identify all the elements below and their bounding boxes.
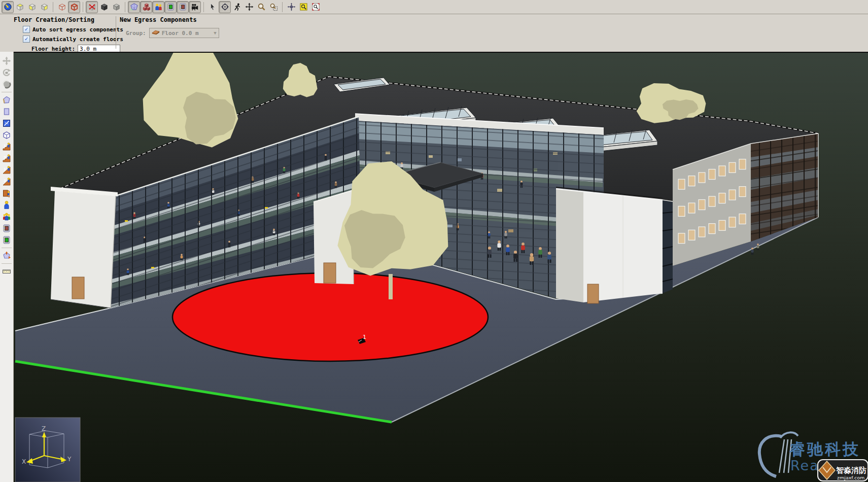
zoom-select-icon: [269, 3, 278, 11]
svg-text:1: 1: [4, 167, 6, 171]
toolbar-show-exits-button[interactable]: [164, 1, 177, 13]
new-egress-panel: New Egress Components Group: Floor 0.0 m…: [120, 16, 219, 38]
toolbar-view-top-button[interactable]: [14, 1, 26, 13]
axis-y-label: Y: [67, 456, 72, 463]
brand-cn: 睿驰科技: [789, 440, 860, 458]
auto-create-floors-checkbox[interactable]: ✓: [23, 36, 30, 43]
toolbar-hide-obstructions-button[interactable]: [86, 1, 98, 13]
toolbar-separator: [282, 2, 283, 12]
wire-cube-solid-icon: [70, 3, 79, 11]
toolbar-show-doors-button[interactable]: [177, 1, 189, 13]
door: [587, 284, 599, 303]
toolbar-show-occupants-button[interactable]: [152, 1, 164, 13]
sidebar-add-stair-one-floor-button[interactable]: 1: [1, 141, 12, 152]
floor-creation-title: Floor Creation/Sorting: [14, 16, 123, 23]
door-red-icon: [179, 3, 187, 11]
toolbar-select-object-button[interactable]: [2, 1, 14, 13]
sidebar-add-exit-button[interactable]: [1, 234, 12, 246]
wire-cube-icon: [58, 3, 66, 11]
rotate-gray-icon: [2, 68, 11, 77]
left-end-wall: [51, 187, 118, 308]
sidebar-add-polygon-room-button[interactable]: [1, 94, 12, 106]
sidebar-add-obstruction-button[interactable]: [1, 129, 12, 141]
badge-domain: zmjaxf.com: [837, 475, 864, 480]
sidebar-add-ramp-two-floor-button[interactable]: 2: [1, 176, 12, 187]
stairs-1-icon: 1: [2, 142, 11, 151]
svg-text:2: 2: [4, 156, 6, 160]
ramp-1-icon: 1: [2, 165, 11, 175]
main-toolbar: [0, 0, 868, 14]
group-value: Floor 0.0 m: [162, 30, 214, 37]
toolbar-show-obstacles-button[interactable]: [140, 1, 152, 13]
toolbar-show-transparent-geometry-button[interactable]: [110, 1, 122, 13]
person-icon: [2, 200, 11, 210]
svg-text:1: 1: [4, 144, 6, 148]
toolbar-zoom-tool-button[interactable]: [255, 1, 267, 13]
toolbar-pan-tool-button[interactable]: [243, 1, 255, 13]
toolbar-zoom-select-tool-button[interactable]: [267, 1, 280, 13]
sidebar-add-occupant-button[interactable]: [1, 199, 12, 211]
sidebar-separator: [2, 92, 12, 92]
toolbar-select-tool-button[interactable]: [206, 1, 219, 13]
people-icon: [154, 3, 163, 11]
viewport-3d[interactable]: 1 Z Y X 睿驰科技 Reachsoft: [14, 53, 868, 482]
toolbar-separator: [125, 2, 125, 12]
badge: 智淼消防 zmjaxf.com: [818, 460, 868, 481]
door-red-icon: [2, 224, 11, 233]
door-green-icon: [166, 3, 175, 11]
toolbar-show-solid-geometry-button[interactable]: [98, 1, 110, 13]
rect-icon: [2, 107, 11, 116]
sidebar-add-door-button[interactable]: [1, 223, 12, 234]
cube-top-icon: [16, 3, 24, 11]
poly-icon: [2, 95, 11, 105]
toolbar-show-navigation-mesh-button[interactable]: [128, 1, 140, 13]
toolbar-solid-view-button[interactable]: [68, 1, 80, 13]
dropdown-arrow-icon: ▼: [214, 30, 216, 36]
zoom-box-icon: [311, 3, 320, 11]
badge-title: 智淼消防: [836, 466, 866, 475]
cube-front-icon: [28, 3, 37, 11]
new-egress-title: New Egress Components: [120, 16, 219, 23]
group-label: Group:: [126, 30, 146, 37]
sidebar-add-elevator-button[interactable]: [1, 188, 12, 199]
door-green-icon: [2, 235, 11, 245]
sidebar-orbit-mode-button: [1, 79, 12, 90]
cube-dark-icon: [100, 3, 109, 11]
people-group-icon: [2, 212, 11, 221]
toolbar-show-cameras-button[interactable]: [189, 1, 201, 13]
toolbar-walkthrough-tool-button[interactable]: [231, 1, 243, 13]
toolbar-reset-view-button[interactable]: [285, 1, 297, 13]
door: [72, 277, 84, 299]
sidebar-add-rectangle-room-button[interactable]: [1, 106, 12, 117]
sidebar-rotate-mode-button: [1, 67, 12, 78]
toolbar-view-front-button[interactable]: [26, 1, 38, 13]
panel-divider: [116, 16, 116, 49]
group-dropdown[interactable]: Floor 0.0 m ▼: [149, 28, 219, 38]
toolbar-separator: [83, 2, 83, 12]
stairs-2-icon: 2: [2, 154, 11, 163]
toolbar-zoom-extents-button[interactable]: [297, 1, 309, 13]
auto-sort-checkbox[interactable]: ✓: [23, 26, 30, 33]
svg-text:2: 2: [4, 179, 6, 183]
egress-red-zone[interactable]: [172, 273, 488, 361]
toolbar-separator: [203, 2, 204, 12]
svg-text:1: 1: [363, 334, 366, 340]
sidebar-move-mode-button: [1, 55, 12, 66]
sidebar-separator: [2, 263, 12, 264]
move-gray-icon: [2, 56, 11, 65]
auto-create-floors-label: Automatically create floors: [32, 36, 123, 43]
sidebar-add-thin-wall-button[interactable]: [1, 118, 12, 129]
toolbar-view-side-button[interactable]: [38, 1, 50, 13]
sidebar-add-ramp-one-floor-button[interactable]: 1: [1, 164, 12, 176]
toolbar-orbit-tool-button[interactable]: [219, 1, 231, 13]
toolbar-zoom-box-button[interactable]: [309, 1, 322, 13]
door-person-icon: [2, 189, 11, 198]
sidebar-measure-tool-button[interactable]: [1, 266, 12, 277]
sidebar-add-occupant-group-button[interactable]: [1, 211, 12, 222]
zoom-icon: [257, 3, 266, 11]
sidebar-add-stair-two-floor-button[interactable]: 2: [1, 153, 12, 164]
cube-side-icon: [40, 3, 49, 11]
toolbar-wireframe-view-button[interactable]: [56, 1, 68, 13]
sidebar-extract-floor-button[interactable]: [1, 250, 12, 261]
pan-icon: [245, 3, 254, 11]
